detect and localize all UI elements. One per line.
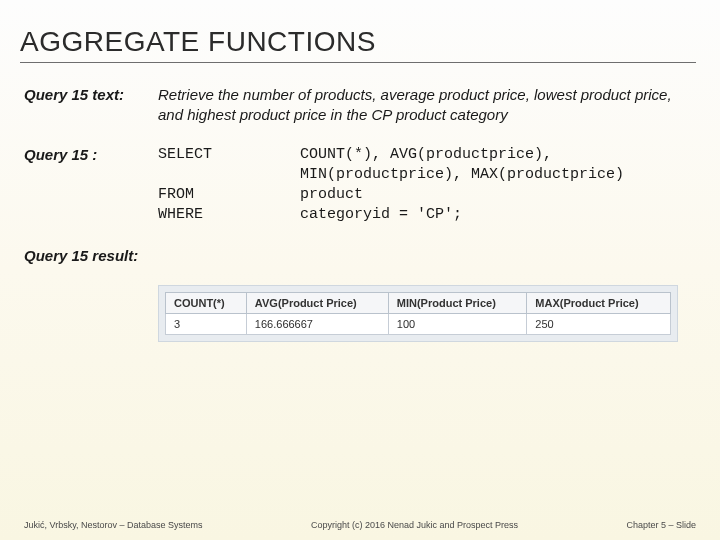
sql-arg-where: categoryid = 'CP'; bbox=[300, 205, 696, 225]
sql-kw-select: SELECT bbox=[158, 145, 300, 165]
th-min: MIN(Product Price) bbox=[388, 293, 527, 314]
th-avg: AVG(Product Price) bbox=[246, 293, 388, 314]
query-sql-row: Query 15 : SELECT FROM WHERE COUNT(*), A… bbox=[24, 145, 696, 226]
td-max: 250 bbox=[527, 314, 671, 335]
sql-keywords: SELECT FROM WHERE bbox=[158, 145, 300, 226]
th-count: COUNT(*) bbox=[166, 293, 247, 314]
td-count: 3 bbox=[166, 314, 247, 335]
sql-block: SELECT FROM WHERE COUNT(*), AVG(productp… bbox=[158, 145, 696, 226]
sql-kw-from: FROM bbox=[158, 185, 300, 205]
footer-center: Copyright (c) 2016 Nenad Jukic and Prosp… bbox=[311, 520, 518, 530]
query-result-row: Query 15 result: bbox=[24, 246, 696, 266]
table-header-row: COUNT(*) AVG(Product Price) MIN(Product … bbox=[166, 293, 671, 314]
sql-arguments: COUNT(*), AVG(productprice), MIN(product… bbox=[300, 145, 696, 226]
sql-arg-select-2: MIN(productprice), MAX(productprice) bbox=[300, 165, 696, 185]
sql-kw-where: WHERE bbox=[158, 205, 300, 225]
query-text-body: Retrieve the number of products, average… bbox=[158, 85, 696, 125]
footer: Jukić, Vrbsky, Nestorov – Database Syste… bbox=[0, 520, 720, 530]
query-sql-label: Query 15 : bbox=[24, 145, 158, 226]
th-max: MAX(Product Price) bbox=[527, 293, 671, 314]
query-result-label: Query 15 result: bbox=[24, 246, 158, 266]
footer-left: Jukić, Vrbsky, Nestorov – Database Syste… bbox=[24, 520, 203, 530]
query-text-label: Query 15 text: bbox=[24, 85, 158, 125]
td-avg: 166.666667 bbox=[246, 314, 388, 335]
td-min: 100 bbox=[388, 314, 527, 335]
page-title: AGGREGATE FUNCTIONS bbox=[20, 26, 696, 63]
sql-arg-select-1: COUNT(*), AVG(productprice), bbox=[300, 145, 696, 165]
result-table-container: COUNT(*) AVG(Product Price) MIN(Product … bbox=[158, 285, 678, 342]
footer-right: Chapter 5 – Slide bbox=[626, 520, 696, 530]
table-row: 3 166.666667 100 250 bbox=[166, 314, 671, 335]
result-table: COUNT(*) AVG(Product Price) MIN(Product … bbox=[165, 292, 671, 335]
query-text-row: Query 15 text: Retrieve the number of pr… bbox=[24, 85, 696, 125]
slide: AGGREGATE FUNCTIONS Query 15 text: Retri… bbox=[0, 0, 720, 342]
sql-arg-from: product bbox=[300, 185, 696, 205]
